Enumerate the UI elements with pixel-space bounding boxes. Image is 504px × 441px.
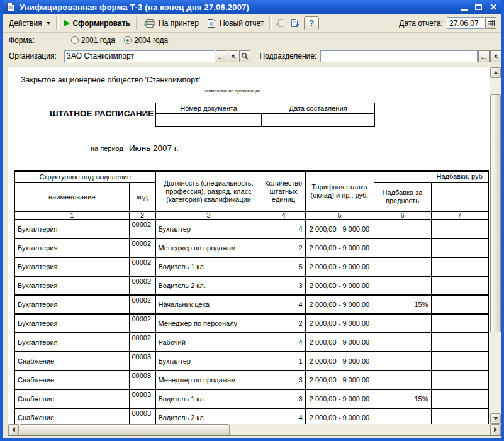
document-icon [206, 18, 216, 28]
table-cell: Бухгалтер [155, 220, 262, 238]
table-cell: 4 [262, 333, 305, 352]
scroll-right-button[interactable] [490, 424, 501, 435]
organization-row: Организация: ... × Подразделение: ... × [3, 48, 501, 64]
table-cell: 00002 [129, 295, 155, 314]
app-window: Унифицированная форма Т-3 (на конец дня … [0, 0, 504, 441]
doc-number-header: Номер документа [155, 103, 262, 114]
table-cell [374, 314, 431, 333]
table-cell: 00002 [129, 238, 155, 257]
report-container: Закрытое акционерное общество 'Станкоимп… [8, 67, 501, 436]
new-report-button[interactable]: Новый отчет [203, 17, 267, 30]
radio-indicator [71, 36, 79, 44]
table-cell: Менеджер по персоналу [155, 314, 262, 333]
table-cell: Менеджер по продажам [155, 238, 262, 257]
organization-choose-button[interactable]: ... [216, 50, 227, 62]
column-number: 1 [14, 211, 129, 220]
report-title: ШТАТНОЕ РАСПИСАНИЕ [50, 109, 154, 118]
table-cell: 3 [262, 371, 305, 389]
table-cell: 2 000,00 - 9 000,00 [305, 352, 374, 371]
department-clear-button[interactable]: × [490, 50, 501, 62]
help-button-label: ? [309, 18, 314, 28]
table-cell: 00003 [129, 352, 155, 371]
generate-button[interactable]: Сформировать [60, 18, 134, 29]
load-settings-button [274, 17, 288, 30]
close-icon[interactable]: ✕ [490, 3, 497, 11]
maximize-icon[interactable] [475, 4, 482, 10]
staff-table-body: Бухгалтерия00002Бухгалтер42 000,00 - 9 0… [14, 220, 488, 424]
table-cell [374, 238, 431, 257]
print-button-label: На принтер [159, 19, 199, 28]
table-cell: Бухгалтер [155, 352, 262, 371]
form-radio-2001[interactable]: 2001 года [71, 36, 115, 45]
vertical-scrollbar-thumb[interactable] [490, 94, 501, 332]
column-number: 3 [155, 211, 262, 220]
table-cell: 2 000,00 - 9 000,00 [305, 238, 374, 257]
table-cell: 5 [262, 257, 305, 276]
organization-clear-button[interactable]: × [228, 50, 239, 62]
table-cell: 2 000,00 - 9 000,00 [305, 276, 374, 295]
table-cell: 2 000,00 - 9 000,00 [305, 371, 374, 389]
table-cell: 00003 [129, 371, 155, 389]
column-number: 2 [129, 211, 155, 220]
department-label: Подразделение: [259, 52, 316, 60]
table-cell: Снабжение [14, 389, 129, 408]
header-hazard: Надбавка за вредность [374, 183, 431, 212]
table-cell [431, 238, 488, 257]
department-choose-button[interactable]: ... [478, 50, 490, 62]
minimize-icon[interactable] [461, 3, 468, 11]
header-rate: Тарифная ставка (оклад) и пр., руб. [305, 171, 374, 211]
table-cell: 1 [262, 352, 305, 371]
report-date-input[interactable] [447, 17, 484, 29]
toolbar-separator [56, 17, 59, 30]
table-cell: 00002 [129, 257, 155, 276]
table-cell: 15% [374, 295, 431, 314]
table-cell [374, 220, 431, 238]
vertical-scrollbar[interactable] [490, 67, 501, 424]
table-cell: Бухгалтерия [14, 314, 129, 333]
help-button[interactable]: ? [304, 16, 319, 30]
table-cell: Рабочий [155, 333, 262, 352]
scroll-down-button[interactable] [490, 413, 501, 424]
table-cell: 4 [262, 220, 305, 238]
report-period: на период Июнь 2007 г. [91, 143, 179, 153]
table-cell: 3 [262, 276, 305, 295]
form-radio-2001-label: 2001 года [81, 36, 115, 45]
table-cell: 00002 [129, 276, 155, 295]
toolbar: Действия Сформировать На принтер [3, 14, 501, 33]
scroll-up-button[interactable] [490, 67, 501, 78]
table-cell [431, 408, 488, 424]
green-play-icon [64, 20, 70, 26]
table-cell: 2 000,00 - 9 000,00 [305, 220, 374, 238]
table-cell [374, 276, 431, 295]
table-cell: Снабжение [14, 408, 129, 424]
table-cell: Бухгалтерия [14, 295, 129, 314]
actions-button[interactable]: Действия [5, 18, 54, 29]
printer-icon [144, 18, 155, 28]
organization-input[interactable] [64, 50, 215, 62]
table-row: Снабжение00003Водитель 1 кл.32 000,00 - … [14, 389, 488, 408]
table-cell: 2 000,00 - 9 000,00 [305, 408, 374, 424]
table-cell [374, 408, 431, 424]
table-cell [431, 371, 488, 389]
form-radio-2004[interactable]: 2004 года [124, 36, 168, 45]
print-button[interactable]: На принтер [140, 17, 203, 30]
table-cell: Водитель 1 кл. [155, 257, 262, 276]
table-cell: Водитель 2 кл. [155, 408, 262, 424]
department-input[interactable] [320, 50, 478, 62]
table-row: Бухгалтерия00002Водитель 2 кл.32 000,00 … [14, 276, 488, 295]
horizontal-scrollbar[interactable] [8, 424, 501, 435]
table-cell: 00002 [129, 314, 155, 333]
arrow-left-icon [12, 427, 15, 432]
chevron-down-icon [47, 22, 50, 25]
scroll-left-button[interactable] [8, 424, 19, 435]
table-cell: 00003 [129, 408, 155, 424]
save-settings-button[interactable] [288, 17, 301, 30]
organization-open-button[interactable] [239, 50, 250, 62]
table-row: Бухгалтерия00002Начальник цеха42 000,00 … [14, 295, 488, 314]
horizontal-scrollbar-thumb[interactable] [20, 424, 230, 435]
doc-date-header: Дата составления [262, 103, 374, 114]
header-structural-unit: Структурное подразделение [14, 171, 155, 183]
report-document: Закрытое акционерное общество 'Станкоимп… [8, 67, 490, 424]
table-cell: 2 000,00 - 9 000,00 [305, 295, 374, 314]
calendar-icon[interactable] [485, 17, 496, 29]
